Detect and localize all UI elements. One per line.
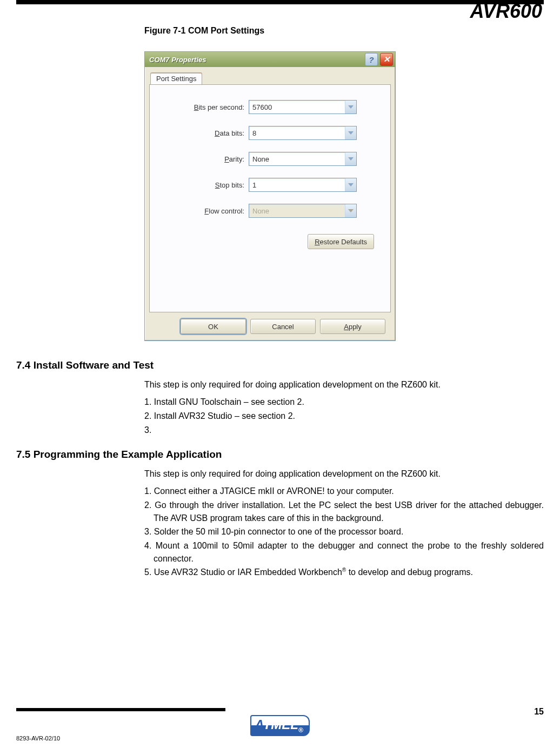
cancel-button[interactable]: Cancel (250, 319, 316, 334)
parity-value: None (249, 155, 345, 163)
s75-intro: This step is only required for doing app… (144, 468, 544, 480)
stop-bits-combo[interactable]: 1 (249, 178, 357, 192)
chevron-down-icon (345, 126, 356, 139)
document-code: 8293-AVR-02/10 (16, 735, 60, 742)
chevron-down-icon (345, 178, 356, 191)
s74-item1: 1. Install GNU Toolschain – see section … (144, 396, 544, 409)
footer-rule (16, 708, 225, 711)
chevron-down-icon (345, 204, 356, 217)
dialog-title: COM7 Properties (149, 56, 363, 64)
s75-item5: 5. Use AVR32 Studio or IAR Embedded Work… (144, 566, 544, 579)
atmel-logo: ATMEL® (0, 715, 560, 736)
ok-button[interactable]: OK (181, 319, 246, 334)
help-button[interactable]: ? (365, 53, 378, 66)
bits-per-second-value: 57600 (249, 103, 345, 111)
parity-combo[interactable]: None (249, 152, 357, 166)
flow-control-value: None (249, 207, 345, 215)
dialog-titlebar: COM7 Properties ? ✕ (145, 52, 395, 67)
s75-item4: 4. Mount a 100mil to 50mil adapter to th… (144, 539, 544, 565)
parity-label: Parity: (150, 155, 249, 163)
svg-marker-4 (348, 209, 354, 212)
s75-item2: 2. Go through the driver installation. L… (144, 499, 544, 524)
svg-marker-0 (348, 105, 354, 109)
stop-bits-value: 1 (249, 181, 345, 189)
svg-marker-3 (348, 183, 354, 186)
header-rule (16, 0, 544, 4)
svg-marker-2 (348, 157, 354, 161)
data-bits-value: 8 (249, 129, 345, 137)
close-icon: ✕ (383, 55, 390, 64)
chevron-down-icon (345, 101, 356, 113)
s74-intro: This step is only required for doing app… (144, 378, 544, 391)
apply-button[interactable]: Apply (320, 319, 385, 334)
com-port-settings-dialog: COM7 Properties ? ✕ Port Settings Bits p… (144, 51, 396, 341)
tab-panel: Bits per second: 57600 Data bits: 8 Pari… (149, 84, 391, 312)
flow-control-combo[interactable]: None (249, 204, 357, 218)
close-button[interactable]: ✕ (380, 53, 393, 66)
data-bits-label: Data bits: (150, 129, 249, 137)
bits-per-second-combo[interactable]: 57600 (249, 100, 357, 114)
tab-port-settings[interactable]: Port Settings (150, 72, 202, 84)
stop-bits-label: Stop bits: (150, 181, 249, 189)
figure-caption: Figure 7-1 COM Port Settings (144, 26, 264, 36)
chevron-down-icon (345, 152, 356, 165)
heading-7-5: 7.5 Programming the Example Application (16, 449, 222, 460)
flow-control-label: Flow control: (150, 207, 249, 215)
heading-7-4: 7.4 Install Software and Test (16, 359, 154, 371)
s75-item3: 3. Solder the 50 mil 10-pin connector to… (144, 525, 544, 538)
restore-defaults-button[interactable]: Restore Defaults (308, 234, 374, 249)
data-bits-combo[interactable]: 8 (249, 126, 357, 140)
svg-marker-1 (348, 131, 354, 135)
s75-item1: 1. Connect either a JTAGICE mkII or AVRO… (144, 485, 544, 498)
page-number: 15 (534, 707, 544, 717)
bits-per-second-label: Bits per second: (150, 103, 249, 111)
s74-item3: 3. (144, 424, 544, 437)
s74-item2: 2. Install AVR32 Studio – see section 2. (144, 410, 544, 423)
document-title: AVR600 (470, 0, 542, 23)
